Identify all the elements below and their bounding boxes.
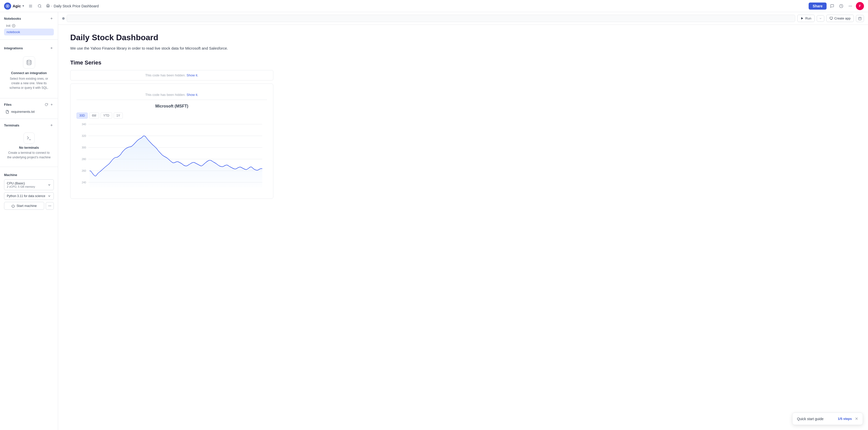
search-icon — [38, 4, 42, 8]
add-notebook-button[interactable] — [49, 16, 54, 21]
sidebar-item-notebook[interactable]: notebook — [4, 29, 54, 35]
divider-2 — [0, 98, 58, 98]
search-icon-button[interactable] — [36, 3, 43, 9]
show-code-link-2[interactable]: Show it. — [187, 93, 198, 96]
history-icon-button[interactable] — [838, 3, 845, 9]
create-app-button[interactable]: Create app — [826, 15, 854, 22]
play-icon — [801, 17, 804, 20]
run-button[interactable]: Run — [797, 15, 815, 22]
menu-icon-button[interactable] — [27, 3, 34, 9]
divider-1 — [0, 39, 58, 40]
dots-icon — [848, 4, 852, 8]
breadcrumb: › Daily Stock Price Dashboard — [46, 4, 99, 8]
machine-more-button[interactable] — [46, 202, 54, 210]
files-section: Files requirements.txt — [0, 101, 58, 117]
divider-4 — [0, 167, 58, 167]
add-file-button[interactable] — [50, 103, 54, 107]
chevron-down-run-icon — [819, 17, 822, 20]
power-icon — [11, 204, 15, 208]
add-terminal-button[interactable] — [49, 123, 54, 127]
chart-controls: 30D 6M YTD 1Y — [76, 113, 267, 119]
terminals-empty: No terminals Create a terminal to connec… — [4, 130, 54, 163]
brand-icon — [5, 4, 9, 8]
show-code-link-1[interactable]: Show it. — [187, 74, 198, 77]
comment-icon-button[interactable] — [829, 3, 836, 9]
quick-start-close-button[interactable]: ✕ — [855, 416, 858, 421]
db-icon — [26, 60, 32, 65]
files-header: Files — [4, 103, 54, 107]
file-icon — [5, 110, 9, 114]
svg-text:300: 300 — [82, 146, 86, 149]
topbar: Agic ▾ › Daily Stock Price Dashboard Sha… — [0, 0, 868, 12]
start-machine-button[interactable]: Start machine — [4, 202, 44, 210]
cell-input[interactable] — [67, 15, 795, 22]
file-item-requirements[interactable]: requirements.txt — [4, 109, 54, 115]
share-button[interactable]: Share — [809, 3, 827, 9]
svg-marker-25 — [801, 17, 803, 20]
svg-point-5 — [849, 5, 849, 6]
topbar-icons — [27, 3, 43, 9]
svg-point-22 — [49, 205, 49, 206]
breadcrumb-home[interactable] — [46, 4, 50, 8]
terminal-icon — [26, 135, 32, 141]
home-icon — [46, 4, 50, 7]
terminals-icon — [24, 133, 35, 144]
svg-point-7 — [851, 5, 852, 6]
chart-btn-ytd[interactable]: YTD — [100, 113, 112, 119]
integration-title[interactable]: Connect an integration — [11, 71, 47, 75]
chevron-down-icon-env — [48, 194, 51, 198]
content-area: Run Create app Daily Stock Dashboard We … — [58, 12, 868, 430]
terminals-header: Terminals — [4, 123, 54, 127]
quick-start-text: Quick start guide — [797, 417, 835, 421]
hidden-code-bar-2[interactable]: This code has been hidden. Show it. — [76, 90, 267, 100]
brand-chevron[interactable]: ▾ — [23, 4, 24, 7]
monitor-icon — [830, 17, 833, 20]
init-plus-icon — [12, 24, 16, 28]
avatar: F — [856, 2, 864, 10]
machine-type-select[interactable]: CPU (Basic) 2 vCPU, 5 GB memory — [4, 179, 54, 190]
notebooks-header: Notebooks — [4, 16, 54, 21]
add-integration-button[interactable] — [49, 46, 54, 50]
svg-rect-29 — [859, 17, 862, 20]
more-options-button[interactable] — [847, 3, 854, 9]
notebooks-section: Notebooks Init notebook — [0, 12, 58, 37]
create-app-label: Create app — [834, 17, 850, 20]
integrations-title: Integrations — [4, 46, 23, 50]
topbar-right: Share F — [809, 2, 864, 10]
svg-point-24 — [51, 205, 51, 206]
plus-icon — [50, 17, 53, 20]
hidden-code-bar-1[interactable]: This code has been hidden. Show it. — [70, 70, 273, 80]
run-label: Run — [805, 17, 811, 20]
brand[interactable]: Agic ▾ — [4, 3, 24, 9]
breadcrumb-separator: › — [51, 4, 52, 8]
integrations-header: Integrations — [4, 46, 54, 50]
chart-btn-1y[interactable]: 1Y — [114, 113, 123, 119]
notebook-toolbar: Run Create app — [58, 12, 868, 25]
menu-icon — [29, 4, 33, 8]
run-dropdown-button[interactable] — [817, 15, 824, 22]
terminals-empty-desc: Create a terminal to connect to the unde… — [6, 150, 52, 160]
terminals-empty-title: No terminals — [19, 146, 39, 149]
svg-text:340: 340 — [82, 123, 86, 126]
chart-btn-30d[interactable]: 30D — [76, 113, 88, 119]
plus-icon-terminals — [50, 123, 53, 127]
notebook-body: Daily Stock Dashboard We use the Yahoo F… — [58, 25, 285, 211]
plus-icon-integration — [50, 46, 53, 50]
refresh-files-button[interactable] — [44, 103, 49, 107]
chart-btn-6m[interactable]: 6M — [89, 113, 99, 119]
notebook-title: Daily Stock Dashboard — [70, 33, 273, 42]
hidden-code-text-2: This code has been hidden. — [145, 93, 186, 96]
machine-env-select[interactable]: Python 3.11 for data science — [4, 192, 54, 200]
sidebar: Notebooks Init notebook Integrations — [0, 12, 58, 430]
integrations-section: Integrations Connect an integration Sele… — [0, 42, 58, 96]
schedule-button[interactable] — [856, 15, 864, 22]
chevron-down-icon — [48, 183, 51, 187]
dots-horizontal-icon — [48, 204, 52, 208]
files-icons — [44, 103, 54, 107]
hidden-code-text-1: This code has been hidden. — [145, 74, 186, 77]
add-file-icon — [50, 103, 53, 106]
machine-title: Machine — [4, 173, 54, 177]
sidebar-item-init[interactable]: Init — [4, 23, 54, 29]
chart-area: 340 320 300 280 260 240 — [76, 122, 267, 193]
notebooks-title: Notebooks — [4, 17, 21, 21]
